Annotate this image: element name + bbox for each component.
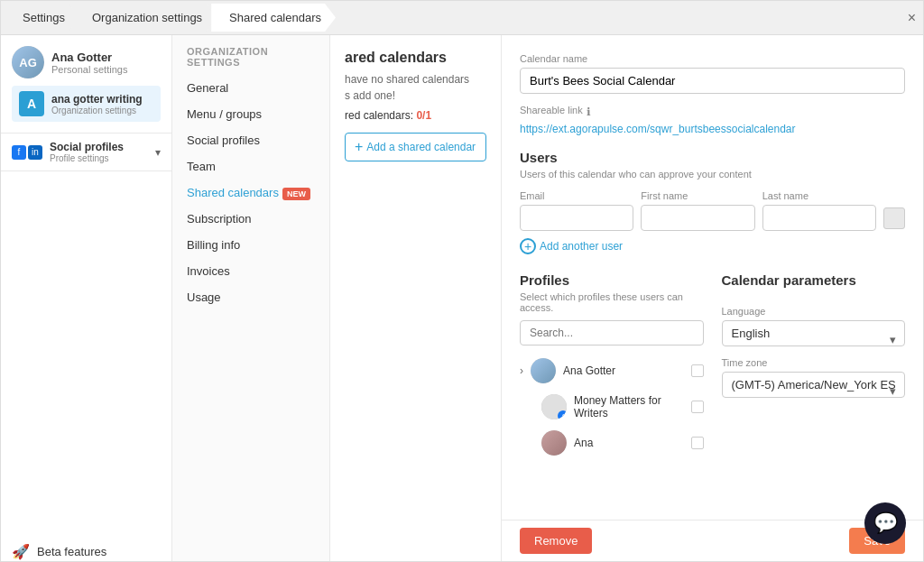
timezone-select-wrapper: (GMT-5) America/New_York EST (GMT-8) Ame… [722, 372, 906, 409]
detail-panel: Calendar name Shareable link ℹ https://e… [502, 35, 923, 520]
add-shared-calendar-button[interactable]: + Add a shared calendar [345, 133, 486, 161]
profile-avatar-ana-gotter [531, 358, 556, 383]
menu-team[interactable]: Team [172, 153, 329, 180]
profile-checkbox-ana[interactable] [691, 437, 704, 449]
language-select[interactable]: English French Spanish [722, 320, 906, 346]
first-name-input[interactable] [641, 205, 754, 231]
social-profiles-name: Social profiles [50, 141, 124, 153]
bottom-sections: Profiles Select which profiles these use… [520, 272, 905, 461]
count-fraction: 0/1 [416, 109, 431, 122]
facebook-badge-icon: f [558, 410, 567, 419]
footer-bar: Remove Save [502, 520, 923, 561]
profiles-section: Profiles Select which profiles these use… [520, 272, 704, 461]
calendars-title: ared calendars [345, 50, 486, 66]
calendar-name-input[interactable] [520, 68, 905, 94]
calendar-name-label: Calendar name [520, 53, 905, 64]
profiles-desc: Select which profiles these users can ac… [520, 291, 704, 313]
close-icon[interactable]: × [908, 10, 916, 26]
breadcrumb-org-settings[interactable]: Organization settings [74, 4, 217, 32]
calendar-params-section: Calendar parameters Language English Fre… [722, 272, 906, 461]
profile-row-ana-gotter[interactable]: › Ana Gotter [520, 353, 704, 389]
add-user-button[interactable]: + Add another user [520, 238, 905, 254]
info-icon[interactable]: ℹ [587, 106, 591, 118]
language-label: Language [722, 306, 906, 317]
user-section: AG Ana Gotter Personal settings A ana go… [1, 35, 171, 134]
language-select-wrapper: English French Spanish [722, 320, 906, 357]
org-info: ana gotter writing Organization settings [51, 93, 153, 115]
plus-circle-icon: + [520, 238, 536, 254]
profile-avatar-ana [541, 430, 567, 456]
timezone-label: Time zone [722, 357, 906, 368]
user-name: Ana Gotter [51, 51, 127, 64]
breadcrumb: Settings Organization settings Shared ca… [1, 1, 923, 35]
profiles-title: Profiles [520, 272, 704, 288]
chevron-right-icon: › [520, 364, 523, 377]
shareable-link-value: https://ext.agorapulse.com/sqwr_burtsbee… [520, 123, 905, 135]
org-row[interactable]: A ana gotter writing Organization settin… [12, 86, 161, 122]
social-profiles-left: f in Social profiles Profile settings [12, 141, 124, 163]
users-form: Email First name Last name [520, 190, 905, 231]
avatar: AG [12, 46, 44, 78]
chat-icon: 💬 [873, 511, 898, 535]
rocket-icon: 🚀 [12, 543, 30, 560]
org-sub: Organization settings [51, 106, 153, 115]
email-input[interactable] [520, 205, 633, 231]
org-letter: A [19, 91, 44, 116]
org-settings-sidebar: Organization settings General Menu / gro… [172, 35, 330, 561]
menu-invoices[interactable]: Invoices [172, 258, 329, 284]
profiles-search-input[interactable] [520, 320, 704, 345]
last-name-label: Last name [762, 190, 876, 201]
beta-features-item[interactable]: 🚀 Beta features [1, 532, 172, 561]
org-sidebar-title: Organization settings [172, 46, 329, 75]
user-info: Ana Gotter Personal settings [51, 51, 127, 75]
profile-name-ana: Ana [574, 437, 684, 449]
calendars-count: red calendars: 0/1 [345, 109, 486, 122]
left-sidebar: AG Ana Gotter Personal settings A ana go… [1, 35, 172, 561]
no-calendars-msg: have no shared calendars [345, 73, 486, 86]
users-section-title: Users [520, 150, 905, 165]
calendars-panel: ared calendars have no shared calendars … [330, 35, 502, 561]
profile-avatar-money-matters: f [541, 394, 567, 419]
profile-checkbox-ana-gotter[interactable] [691, 364, 704, 377]
social-profiles-sub: Profile settings [50, 153, 124, 163]
profile-row-money-matters[interactable]: f Money Matters for Writers [520, 389, 704, 425]
calendar-params-title: Calendar parameters [722, 272, 906, 288]
social-profiles-section[interactable]: f in Social profiles Profile settings ▾ [1, 134, 171, 171]
chat-support-button[interactable]: 💬 [864, 502, 906, 544]
first-name-label: First name [641, 190, 754, 201]
personal-user-row[interactable]: AG Ana Gotter Personal settings [12, 46, 161, 78]
chevron-down-icon: ▾ [155, 146, 161, 159]
plus-icon: + [355, 139, 363, 155]
org-name: ana gotter writing [51, 93, 153, 106]
content-area: ared calendars have no shared calendars … [330, 35, 923, 561]
user-sub: Personal settings [51, 64, 127, 75]
menu-shared-calendars[interactable]: Shared calendarsNEW [172, 180, 329, 206]
menu-usage[interactable]: Usage [172, 284, 329, 310]
breadcrumb-shared-calendars[interactable]: Shared calendars [211, 4, 336, 32]
menu-subscription[interactable]: Subscription [172, 206, 329, 232]
menu-billing-info[interactable]: Billing info [172, 232, 329, 258]
facebook-icon: f [12, 145, 26, 160]
menu-social-profiles[interactable]: Social profiles [172, 127, 329, 153]
add-one-msg: s add one! [345, 89, 486, 102]
profile-row-ana[interactable]: Ana [520, 425, 704, 461]
profile-name-money-matters: Money Matters for Writers [574, 394, 684, 419]
social-profiles-info: Social profiles Profile settings [50, 141, 124, 163]
delete-user-icon[interactable] [883, 207, 905, 229]
email-label: Email [520, 190, 633, 201]
last-name-input[interactable] [762, 205, 876, 231]
linkedin-icon: in [28, 145, 42, 160]
remove-button[interactable]: Remove [520, 528, 592, 554]
breadcrumb-settings[interactable]: Settings [15, 4, 79, 32]
shareable-link-label: Shareable link [520, 105, 583, 115]
new-badge: NEW [282, 188, 310, 200]
menu-menu-groups[interactable]: Menu / groups [172, 101, 329, 127]
social-icons: f in [12, 145, 42, 160]
profile-checkbox-money-matters[interactable] [691, 401, 704, 413]
beta-label: Beta features [37, 545, 106, 558]
profile-name-ana-gotter: Ana Gotter [563, 364, 684, 377]
timezone-select[interactable]: (GMT-5) America/New_York EST (GMT-8) Ame… [722, 372, 906, 398]
users-section-desc: Users of this calendar who can approve y… [520, 169, 905, 180]
menu-general[interactable]: General [172, 75, 329, 101]
